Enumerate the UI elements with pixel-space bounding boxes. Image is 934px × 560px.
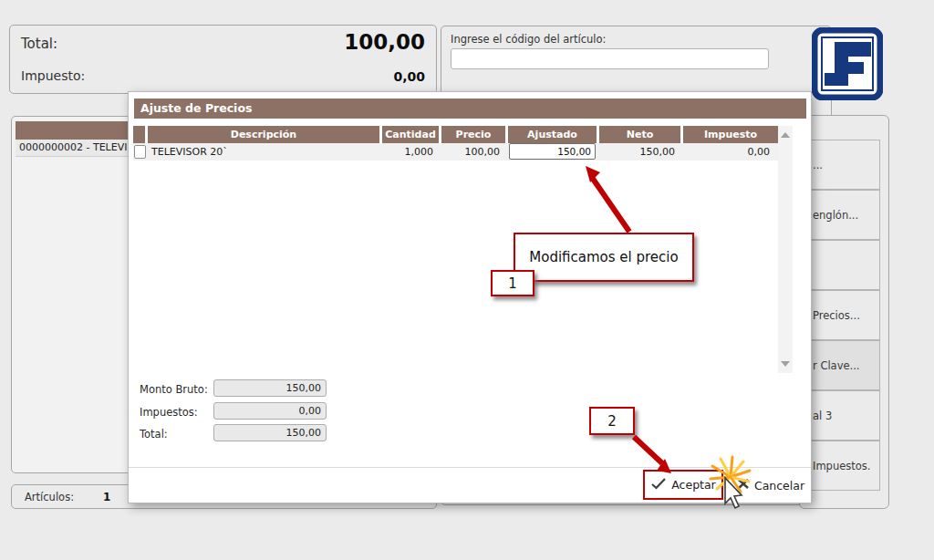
accept-highlight-box: Aceptar	[643, 470, 723, 500]
step1-badge: 1	[491, 270, 534, 296]
cancel-button[interactable]: Cancelar	[729, 472, 813, 499]
grid-header-ajustado: Ajustado	[508, 126, 597, 143]
grid-header-precio: Precio	[441, 126, 505, 143]
check-icon	[650, 477, 667, 493]
cell-descripcion: TELEVISOR 20`	[148, 143, 379, 161]
impuestos-label: Impuestos:	[140, 406, 198, 419]
total-label: Total:	[21, 36, 57, 52]
grid-header-impuesto: Impuesto	[683, 126, 778, 143]
accept-button[interactable]: Aceptar	[645, 472, 721, 498]
side-button-clave[interactable]: r Clave...	[801, 340, 880, 390]
side-button-3[interactable]	[801, 240, 880, 290]
scroll-down-icon[interactable]	[781, 361, 790, 367]
ajustado-input[interactable]	[509, 143, 596, 160]
side-button-1[interactable]: ...	[801, 140, 880, 190]
grid-scrollbar[interactable]	[778, 126, 793, 373]
x-icon	[737, 478, 750, 493]
row-checkbox[interactable]	[134, 145, 146, 159]
dialog-total-label: Total:	[140, 428, 168, 441]
articles-count: 1	[103, 485, 110, 509]
dialog-total-field	[213, 424, 327, 441]
cell-impuesto: 0,00	[683, 143, 775, 161]
article-code-input[interactable]	[451, 48, 769, 69]
articles-label: Artículos:	[25, 485, 74, 509]
step1-callout: Modificamos el precio	[514, 233, 694, 282]
tax-label: Impuesto:	[21, 68, 85, 83]
dialog-title: Ajuste de Precios	[134, 99, 806, 119]
side-button-impuestos[interactable]: Impuestos.	[801, 441, 880, 491]
grid-header-select	[133, 126, 145, 143]
side-button-2[interactable]: englón...	[801, 190, 880, 240]
scroll-up-icon[interactable]	[781, 132, 790, 138]
cancel-button-label: Cancelar	[754, 479, 804, 493]
side-button-precios[interactable]: Precios...	[801, 290, 880, 340]
dialog-separator	[129, 467, 811, 468]
monto-bruto-label: Monto Bruto:	[140, 383, 208, 396]
app-logo-icon	[812, 27, 883, 100]
app-window: Total: 100,00 Impuesto: 0,00 Ingrese el …	[0, 0, 934, 560]
total-value: 100,00	[344, 30, 425, 54]
cell-precio: 100,00	[441, 143, 505, 161]
impuestos-field	[213, 402, 327, 420]
cell-cantidad: 1,000	[382, 143, 439, 161]
grid-header-neto: Neto	[599, 126, 680, 143]
accept-button-label: Aceptar	[671, 478, 716, 492]
price-adjust-dialog: Ajuste de Precios Descripción Cantidad P…	[128, 91, 812, 503]
grid-header-cantidad: Cantidad	[382, 126, 439, 143]
grid-header-descripcion: Descripción	[148, 126, 379, 143]
monto-bruto-field	[213, 379, 327, 397]
side-actions-panel: ... englón... Precios... r Clave... al 3…	[799, 115, 889, 509]
step2-badge: 2	[589, 407, 635, 435]
code-entry-label: Ingrese el código del artículo:	[451, 33, 606, 46]
tax-value: 0,00	[393, 69, 425, 84]
cell-neto: 150,00	[599, 143, 680, 161]
totals-panel: Total: 100,00 Impuesto: 0,00	[9, 25, 437, 94]
side-button-total3[interactable]: al 3	[801, 390, 880, 441]
